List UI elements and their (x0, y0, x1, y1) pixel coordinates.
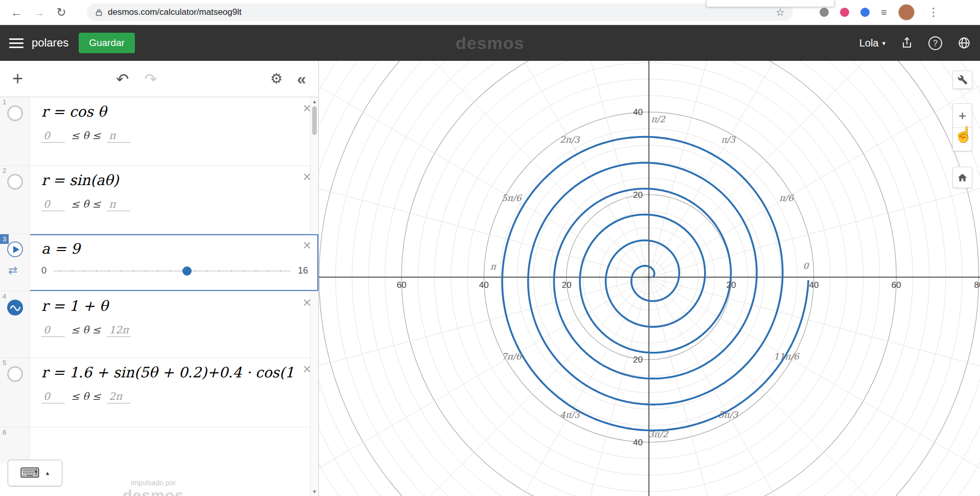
slider-track[interactable] (54, 270, 291, 272)
expression-gutter: 5 (0, 358, 30, 427)
theta-min-input[interactable]: 0 (41, 390, 65, 403)
theta-relation: ≤ θ ≤ (71, 390, 101, 402)
back-icon[interactable]: ← (5, 6, 28, 19)
hide-toggle-icon[interactable] (7, 366, 23, 382)
svg-text:20: 20 (633, 355, 643, 365)
panel-scrollbar[interactable]: ▲ ▼ (310, 97, 318, 496)
extension-icon[interactable] (860, 8, 870, 17)
reload-icon[interactable]: ↻ (50, 6, 73, 19)
chevron-down-icon: ▾ (882, 39, 885, 47)
hide-toggle-icon[interactable] (7, 105, 23, 121)
expression-index: 5 (0, 358, 9, 368)
svg-text:40: 40 (479, 280, 489, 290)
keyboard-button[interactable]: ⌨ ▲ (8, 460, 62, 486)
theta-relation: ≤ θ ≤ (71, 129, 101, 142)
svg-text:3π/2: 3π/2 (648, 429, 669, 439)
extension-icon[interactable] (820, 8, 829, 17)
svg-text:11π/6: 11π/6 (774, 351, 800, 362)
theta-relation: ≤ θ ≤ (71, 198, 101, 210)
redo-icon[interactable]: ↷ (144, 70, 157, 88)
extensions-area: ≡ ⋮ (820, 4, 939, 20)
delete-expression-button[interactable]: × (303, 238, 311, 253)
polar-plot[interactable]: 60402020406080402020400π/6π/3π/22π/35π/6… (319, 61, 980, 496)
curve-color-icon[interactable] (7, 300, 23, 315)
hide-toggle-icon[interactable] (7, 174, 23, 190)
browser-menu-icon[interactable]: ⋮ (928, 6, 939, 19)
desmos-logo: desmos (456, 33, 525, 53)
avatar[interactable] (898, 4, 915, 20)
scroll-up-icon[interactable]: ▲ (311, 99, 318, 104)
slider-loop-icon[interactable]: ⇄ (8, 264, 17, 277)
bookmark-star-icon[interactable]: ☆ (776, 6, 785, 18)
extension-icon[interactable]: ≡ (881, 7, 887, 18)
lock-icon (95, 8, 103, 17)
expression-formula[interactable]: r = 1.6 + sin(5θ + 0.2)+0.4 · cos(1 (41, 364, 308, 381)
browser-toolbar: ← → ↻ desmos.com/calculator/matseog9lt ☆… (0, 0, 980, 25)
expression-row-5[interactable]: 5 r = 1.6 + sin(5θ + 0.2)+0.4 · cos(1 0 … (0, 358, 318, 427)
expression-formula[interactable]: a = 9 (41, 240, 308, 257)
expression-panel: + ↶ ↷ ⚙ « 1 r = cos θ 0 ≤ θ ≤ π (0, 61, 319, 496)
expression-gutter: 4 (0, 291, 30, 357)
add-expression-button[interactable]: + (12, 70, 23, 88)
address-bar[interactable]: desmos.com/calculator/matseog9lt ☆ (87, 4, 793, 21)
expression-formula[interactable]: r = cos θ (41, 103, 308, 120)
home-button[interactable] (952, 167, 972, 188)
save-button[interactable]: Guardar (79, 33, 135, 53)
extension-icon[interactable] (840, 8, 849, 17)
expression-gutter: 2 (0, 166, 30, 234)
expression-index: 4 (0, 291, 9, 301)
app-header: polares Guardar desmos Lola ▾ ? (0, 25, 980, 61)
theta-max-input[interactable]: π (107, 198, 130, 211)
theta-max-input[interactable]: 2π (107, 390, 130, 403)
chevron-up-icon: ▲ (45, 470, 51, 476)
svg-text:2π/3: 2π/3 (560, 134, 580, 145)
svg-text:60: 60 (397, 280, 407, 290)
collapse-panel-icon[interactable]: « (297, 70, 306, 88)
scrollbar-thumb[interactable] (312, 106, 317, 135)
svg-text:π/2: π/2 (651, 114, 666, 124)
expression-formula[interactable]: r = sin(aθ) (41, 172, 308, 189)
powered-by-watermark: impulsado por desmos (102, 479, 204, 496)
expression-row-4[interactable]: 4 r = 1 + θ 0 ≤ θ ≤ 12π × (0, 291, 318, 358)
url-text[interactable]: desmos.com/calculator/matseog9lt (108, 7, 242, 17)
svg-text:60: 60 (892, 280, 901, 290)
theta-max-input[interactable]: 12π (107, 324, 131, 337)
slider-play-button[interactable] (7, 241, 23, 257)
zoom-out-button[interactable]: − (953, 127, 972, 151)
theta-min-input[interactable]: 0 (41, 324, 65, 337)
slider-handle[interactable] (182, 266, 192, 276)
forward-icon[interactable]: → (28, 6, 50, 19)
account-menu[interactable]: Lola ▾ (859, 37, 885, 49)
expression-formula[interactable]: r = 1 + θ (41, 298, 308, 314)
expression-row-2[interactable]: 2 r = sin(aθ) 0 ≤ θ ≤ π × (0, 166, 318, 234)
graph-settings-wrench-icon[interactable] (952, 71, 972, 89)
expression-index: 1 (0, 97, 9, 107)
expression-index: 3 (0, 234, 9, 244)
scroll-down-icon[interactable]: ▼ (311, 489, 318, 494)
zoom-in-button[interactable]: + (953, 104, 972, 127)
expression-row-6[interactable]: 6 (0, 427, 318, 463)
globe-icon[interactable] (958, 36, 971, 50)
settings-gear-icon[interactable]: ⚙ (270, 71, 283, 87)
theta-min-input[interactable]: 0 (41, 129, 65, 143)
svg-text:5π/3: 5π/3 (718, 410, 739, 420)
svg-text:π: π (490, 261, 497, 272)
hamburger-menu-icon[interactable] (9, 38, 24, 48)
zoom-controls: + − (952, 103, 972, 151)
expression-row-3[interactable]: 3 ⇄ a = 9 0 16 × (0, 234, 318, 291)
account-name: Lola (859, 37, 879, 49)
watermark-logo: desmos (102, 487, 204, 496)
undo-icon[interactable]: ↶ (116, 70, 129, 88)
expression-row-1[interactable]: 1 r = cos θ 0 ≤ θ ≤ π × (0, 97, 318, 166)
slider-max-label: 16 (298, 265, 308, 276)
svg-text:π/6: π/6 (779, 193, 795, 203)
graph-area[interactable]: 60402020406080402020400π/6π/3π/22π/35π/6… (319, 61, 980, 496)
svg-text:5π/6: 5π/6 (502, 193, 523, 203)
theta-min-input[interactable]: 0 (41, 198, 65, 211)
share-icon[interactable] (901, 37, 913, 49)
graph-title[interactable]: polares (32, 36, 68, 50)
svg-text:20: 20 (633, 190, 643, 200)
theta-max-input[interactable]: π (107, 129, 130, 143)
svg-text:40: 40 (633, 107, 643, 117)
help-icon[interactable]: ? (928, 36, 942, 50)
